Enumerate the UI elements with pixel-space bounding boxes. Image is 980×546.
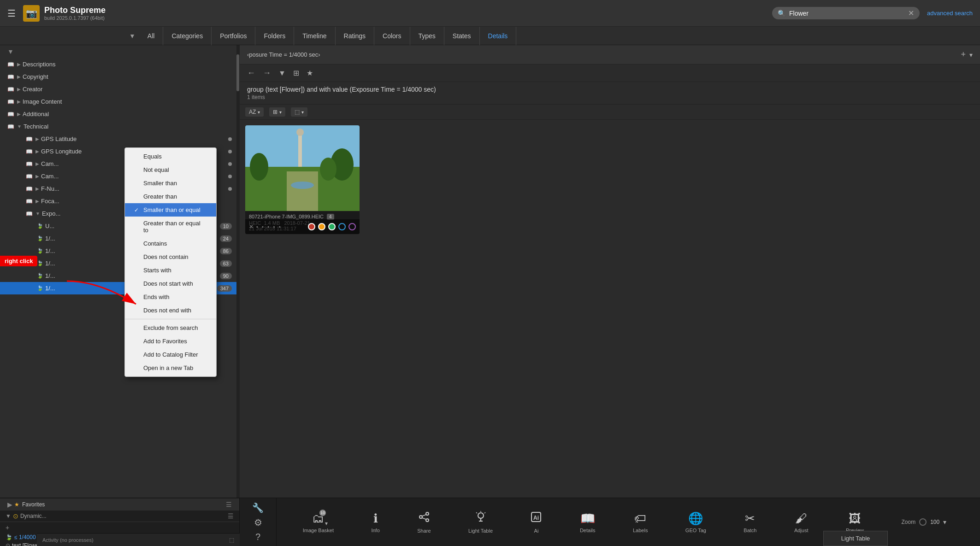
ctx-item-not-equal[interactable]: Not equal <box>125 163 216 176</box>
color-circle-purple[interactable] <box>348 223 356 230</box>
sidebar-item-gps-lat[interactable]: 📖 ▶ GPS Latitude <box>0 133 239 145</box>
toolbar-batch[interactable]: ✂ Batch <box>744 511 756 533</box>
filter-text: ‹posure Time = 1/4000 sec› <box>247 51 961 58</box>
details-icon: 📖 <box>580 511 595 526</box>
toolbar-details[interactable]: 📖 Details <box>580 511 596 533</box>
sidebar-scrollbar[interactable] <box>236 45 239 498</box>
sidebar-scrollbar-thumb[interactable] <box>236 54 239 91</box>
chevron-down-icon: ▾ <box>279 110 282 115</box>
sort-az-button[interactable]: AZ ▾ <box>245 107 264 117</box>
layers-button[interactable]: ⊞ <box>293 69 299 77</box>
sidebar-filter-icon[interactable]: ▼ <box>0 45 239 58</box>
arrow-icon: ▶ <box>35 136 39 141</box>
toolbar-ai[interactable]: Ai Ai <box>530 511 542 534</box>
tab-ratings[interactable]: Ratings <box>336 27 374 45</box>
sidebar-item-image-content[interactable]: 📖 ▶ Image Content <box>0 95 239 108</box>
ctx-item-starts-with[interactable]: Starts with <box>125 264 216 277</box>
add-filter-row[interactable]: + <box>6 524 234 531</box>
toolbar-preview[interactable]: 🖼 Preview <box>846 511 864 533</box>
sort-view-button[interactable]: ⬚ ▾ <box>291 107 307 117</box>
color-circle-green[interactable] <box>328 223 336 230</box>
arrow-icon: ▶ <box>17 87 21 92</box>
tab-states[interactable]: States <box>444 27 480 45</box>
nav-tabs: ▼ All Categories Portfolios Folders Time… <box>0 27 980 45</box>
forward-button[interactable]: → <box>263 68 271 78</box>
toolbar-share[interactable]: Share <box>417 511 431 534</box>
ctx-item-not-end-with[interactable]: Does not end with <box>125 304 216 317</box>
zoom-dropdown-button[interactable]: ▾ <box>943 518 946 526</box>
dynamic-section[interactable]: ▼ ⊙ Dynamic... ☰ <box>0 511 239 522</box>
ctx-item-greater-equal[interactable]: Greater than or equal to <box>125 217 216 237</box>
activity-icon[interactable]: ⬚ <box>229 537 234 543</box>
ctx-label: Does not contain <box>143 253 189 260</box>
toolbar-label: Adjust <box>794 528 809 533</box>
color-circle-blue[interactable] <box>338 223 346 230</box>
back-button[interactable]: ← <box>247 68 255 78</box>
help-icon[interactable]: ? <box>255 532 260 542</box>
activity-text: Activity (no processes) <box>42 537 229 543</box>
light-table-icon <box>475 511 487 526</box>
filter-button[interactable]: ▼ <box>278 69 286 77</box>
ctx-item-ends-with[interactable]: Ends with <box>125 290 216 304</box>
image-card[interactable]: ✕ • • • • • 80721-iPhone 7-IMG_0899.HEIC… <box>245 125 360 234</box>
toolbar-light-table[interactable]: Light Table <box>468 511 493 534</box>
color-circle-yellow[interactable] <box>318 223 325 230</box>
toolbar-geo-tag[interactable]: 🌐 GEO Tag <box>685 511 706 533</box>
book-icon: 📖 <box>26 211 33 217</box>
zoom-circle[interactable] <box>919 518 927 526</box>
tab-colors[interactable]: Colors <box>374 27 410 45</box>
image-grid: ✕ • • • • • 80721-iPhone 7-IMG_0899.HEIC… <box>240 120 980 240</box>
search-input[interactable] <box>789 10 908 17</box>
toolbar-adjust[interactable]: 🖌 Adjust <box>794 511 809 533</box>
sidebar-item-additional[interactable]: 📖 ▶ Additional <box>0 108 239 120</box>
ctx-item-add-catalog[interactable]: Add to Catalog Filter <box>125 348 216 361</box>
settings-icon[interactable]: ⚙ <box>254 517 262 528</box>
toolbar-labels[interactable]: 🏷 Labels <box>633 511 648 533</box>
zoom-label: Zoom <box>901 519 915 525</box>
ctx-item-greater-than[interactable]: Greater than <box>125 190 216 203</box>
ctx-item-contains[interactable]: Contains <box>125 237 216 250</box>
ctx-item-not-start-with[interactable]: Does not start with <box>125 277 216 290</box>
sidebar-item-descriptions[interactable]: 📖 ▶ Descriptions <box>0 58 239 70</box>
search-bar[interactable]: 🔍 ✕ <box>772 7 920 19</box>
filter-dropdown-button[interactable]: ▾ <box>969 51 973 59</box>
sidebar-item-technical[interactable]: 📖 ▼ Technical <box>0 120 239 133</box>
svg-point-10 <box>426 512 429 515</box>
ctx-item-smaller-equal[interactable]: ✓ Smaller than or equal <box>125 203 216 217</box>
ctx-item-add-favorites[interactable]: Add to Favorites <box>125 335 216 348</box>
star-button[interactable]: ★ <box>307 69 313 77</box>
leaf-blue-icon: 🍃 <box>6 534 12 540</box>
ctx-item-equals[interactable]: Equals <box>125 150 216 163</box>
ctx-label: Does not start with <box>143 280 193 287</box>
sort-grid-button[interactable]: ⊞ ▾ <box>269 107 285 117</box>
sidebar-item-creator[interactable]: 📖 ▶ Creator <box>0 83 239 95</box>
sidebar-item-copyright[interactable]: 📖 ▶ Copyright <box>0 70 239 83</box>
toolbar-info[interactable]: ℹ Info <box>371 511 379 533</box>
tab-categories[interactable]: Categories <box>163 27 212 45</box>
ctx-item-smaller-than[interactable]: Smaller than <box>125 176 216 190</box>
search-clear-button[interactable]: ✕ <box>908 9 914 18</box>
tools-icon[interactable]: 🔧 <box>252 502 264 513</box>
tab-portfolios[interactable]: Portfolios <box>212 27 255 45</box>
tab-all[interactable]: All <box>139 27 164 45</box>
star-icon: ★ <box>14 501 19 508</box>
book-icon: 📖 <box>26 186 33 192</box>
advanced-search-link[interactable]: advanced search <box>927 10 973 17</box>
share-icon <box>418 511 430 526</box>
tab-timeline[interactable]: Timeline <box>294 27 335 45</box>
favorites-section[interactable]: ▶ ★ Favorites ☰ <box>0 498 239 511</box>
activity-bar: Activity (no processes) ⬚ <box>37 533 240 546</box>
svg-point-15 <box>478 513 484 518</box>
hamburger-menu[interactable]: ☰ <box>7 8 16 19</box>
add-filter-button[interactable]: + <box>961 50 966 59</box>
ctx-item-exclude[interactable]: Exclude from search <box>125 321 216 335</box>
ctx-item-not-contain[interactable]: Does not contain <box>125 250 216 264</box>
toolbar-image-basket[interactable]: 🗂 10 ▾ Image Basket <box>303 511 334 533</box>
ctx-item-open-tab[interactable]: Open in a new Tab <box>125 361 216 375</box>
tab-details[interactable]: Details <box>480 27 517 45</box>
tab-types[interactable]: Types <box>410 27 444 45</box>
tab-folders[interactable]: Folders <box>255 27 294 45</box>
color-circle-red[interactable] <box>308 223 315 230</box>
svg-line-13 <box>422 515 426 516</box>
count-badge: 347 <box>217 285 232 292</box>
